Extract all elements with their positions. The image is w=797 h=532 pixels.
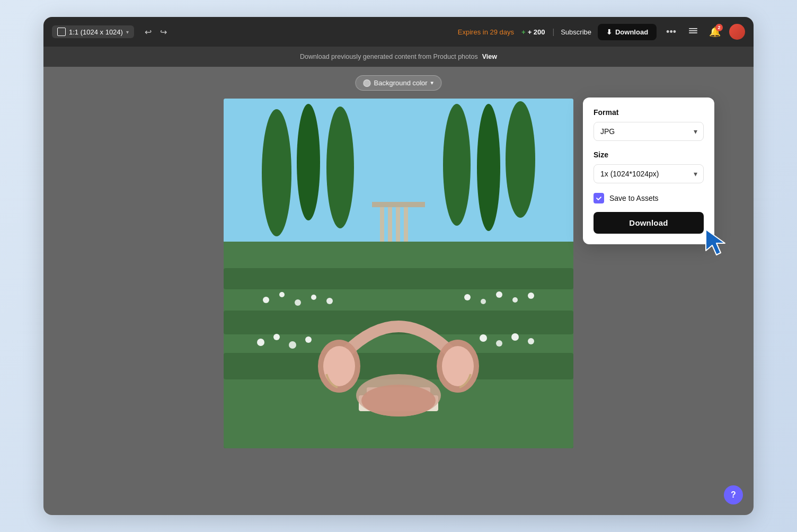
- svg-point-19: [263, 297, 269, 303]
- save-to-assets-label: Save to Assets: [609, 194, 659, 202]
- svg-point-28: [528, 292, 534, 299]
- redo-button[interactable]: ↪: [158, 25, 169, 39]
- aspect-ratio-selector[interactable]: 1:1 (1024 x 1024) ▾: [52, 25, 134, 38]
- svg-point-31: [289, 341, 296, 349]
- svg-point-7: [443, 104, 471, 226]
- app-window: 1:1 (1024 x 1024) ▾ ↩ ↪ Expires in 29 da…: [43, 17, 754, 515]
- size-select[interactable]: 1x (1024*1024px) 2x (2048*2048px) 0.5x (…: [594, 164, 704, 183]
- cursor-arrow: [704, 227, 729, 257]
- svg-point-26: [496, 291, 502, 298]
- download-top-button[interactable]: ⬇ Download: [598, 24, 657, 40]
- svg-point-30: [273, 334, 280, 340]
- svg-point-5: [297, 104, 320, 220]
- help-button[interactable]: ?: [724, 485, 743, 504]
- save-to-assets-checkbox[interactable]: [594, 193, 604, 203]
- view-link[interactable]: View: [482, 53, 497, 60]
- format-select-wrapper: JPG PNG WEBP: [594, 122, 704, 141]
- download-icon: ⬇: [606, 28, 612, 36]
- svg-point-36: [528, 338, 534, 344]
- chevron-down-icon: ▾: [126, 29, 129, 35]
- svg-rect-16: [224, 268, 573, 289]
- svg-point-25: [481, 299, 486, 304]
- svg-point-33: [480, 334, 487, 342]
- svg-point-20: [279, 292, 285, 297]
- credits-icon: +: [521, 28, 526, 36]
- svg-point-27: [512, 297, 518, 303]
- info-text: Download previously generated content fr…: [300, 53, 478, 60]
- svg-rect-14: [372, 202, 425, 207]
- bg-color-label: Background color: [374, 79, 427, 87]
- svg-point-21: [295, 299, 301, 306]
- main-content: Background color ▾: [43, 67, 754, 515]
- svg-rect-1: [689, 30, 697, 31]
- svg-point-22: [311, 295, 316, 300]
- svg-rect-2: [689, 32, 697, 33]
- layers-button[interactable]: [686, 23, 701, 41]
- svg-point-6: [326, 107, 354, 228]
- top-bar: 1:1 (1024 x 1024) ▾ ↩ ↪ Expires in 29 da…: [43, 17, 754, 47]
- toolbar-row: Background color ▾: [355, 75, 441, 91]
- credits-button[interactable]: + + 200: [520, 26, 546, 38]
- size-label: Size: [594, 150, 704, 159]
- svg-rect-0: [689, 28, 697, 29]
- help-icon: ?: [731, 490, 736, 500]
- notifications-button[interactable]: 🔔 2: [707, 24, 723, 40]
- svg-point-32: [305, 336, 312, 343]
- background-color-button[interactable]: Background color ▾: [355, 75, 441, 91]
- svg-point-4: [262, 109, 291, 236]
- notifications-badge: 2: [715, 24, 723, 31]
- more-button[interactable]: •••: [663, 24, 679, 40]
- chevron-down-icon: ▾: [431, 79, 434, 86]
- download-dropdown: Format JPG PNG WEBP Size 1x (1024*1024px…: [583, 97, 714, 244]
- aspect-ratio-icon: [57, 28, 66, 36]
- expires-text: Expires in 29 days: [458, 28, 514, 36]
- svg-point-35: [511, 333, 519, 341]
- avatar[interactable]: [729, 24, 745, 40]
- svg-point-24: [464, 294, 471, 300]
- svg-point-34: [496, 340, 502, 347]
- color-dot: [363, 79, 370, 87]
- svg-point-29: [257, 339, 264, 346]
- svg-point-9: [506, 101, 535, 218]
- undo-redo-group: ↩ ↪: [143, 25, 169, 39]
- subscribe-button[interactable]: Subscribe: [561, 28, 591, 36]
- download-top-label: Download: [615, 28, 648, 36]
- credits-label: + 200: [528, 28, 545, 36]
- undo-button[interactable]: ↩: [143, 25, 154, 39]
- svg-point-44: [361, 385, 436, 416]
- format-label: Format: [594, 108, 704, 117]
- save-to-assets-row: Save to Assets: [594, 193, 704, 203]
- separator: |: [553, 28, 555, 36]
- svg-point-23: [326, 298, 333, 304]
- size-select-wrapper: 1x (1024*1024px) 2x (2048*2048px) 0.5x (…: [594, 164, 704, 183]
- format-select[interactable]: JPG PNG WEBP: [594, 122, 704, 141]
- main-image: [224, 99, 573, 448]
- info-bar: Download previously generated content fr…: [43, 47, 754, 67]
- aspect-ratio-label: 1:1 (1024 x 1024): [69, 28, 123, 36]
- download-action-button[interactable]: Download: [594, 212, 704, 234]
- svg-point-8: [477, 104, 500, 231]
- headphones-scene: [224, 99, 573, 448]
